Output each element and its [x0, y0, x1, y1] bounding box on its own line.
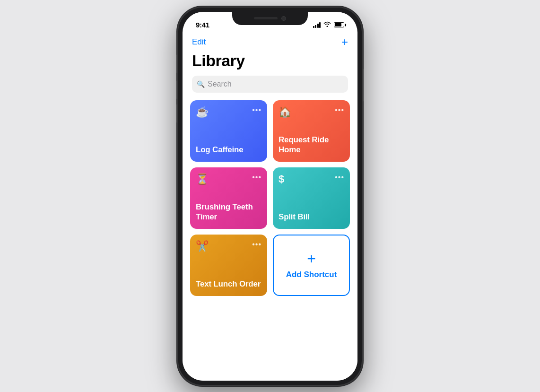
card-menu-split-bill[interactable]: •••: [335, 173, 344, 182]
card-title-split-bill: Split Bill: [279, 212, 344, 222]
app-content: Edit + Library 🔍 Search: [183, 33, 357, 381]
card-icon-brushing-teeth: ⏳: [196, 173, 209, 185]
shortcut-card-text-lunch[interactable]: ✂️ ••• Text Lunch Order: [190, 235, 267, 296]
card-title-brushing-teeth: Brushing Teeth Timer: [196, 202, 261, 222]
search-bar[interactable]: 🔍 Search: [192, 76, 348, 93]
status-icons: [313, 21, 345, 28]
notch: [232, 12, 308, 25]
card-menu-brushing-teeth[interactable]: •••: [252, 173, 261, 182]
card-menu-text-lunch[interactable]: •••: [252, 240, 261, 249]
page-title: Library: [183, 50, 357, 76]
wifi-icon: [323, 21, 331, 28]
search-placeholder: Search: [208, 80, 232, 88]
nav-bar: Edit +: [183, 33, 357, 50]
add-shortcut-plus-icon: +: [307, 251, 316, 266]
card-icon-log-caffeine: ☕: [196, 106, 209, 118]
shortcut-card-split-bill[interactable]: $ ••• Split Bill: [273, 167, 350, 229]
card-title-text-lunch: Text Lunch Order: [196, 279, 261, 289]
card-icon-request-ride: 🏠: [279, 106, 291, 118]
card-menu-request-ride[interactable]: •••: [335, 106, 344, 114]
card-title-log-caffeine: Log Caffeine: [196, 145, 261, 155]
shortcut-card-log-caffeine[interactable]: ☕ ••• Log Caffeine: [190, 100, 267, 162]
signal-bars-icon: [313, 22, 321, 28]
edit-button[interactable]: Edit: [192, 37, 206, 47]
notch-camera: [281, 16, 286, 21]
card-icon-split-bill: $: [279, 173, 284, 185]
shortcut-card-request-ride[interactable]: 🏠 ••• Request Ride Home: [273, 100, 350, 162]
shortcut-card-brushing-teeth[interactable]: ⏳ ••• Brushing Teeth Timer: [190, 167, 267, 229]
card-menu-log-caffeine[interactable]: •••: [252, 106, 261, 114]
notch-speaker: [254, 17, 278, 19]
screen: 9:41: [183, 12, 357, 381]
status-time: 9:41: [196, 21, 209, 29]
phone-container: 9:41: [178, 7, 362, 385]
add-new-button[interactable]: +: [341, 36, 348, 48]
card-icon-text-lunch: ✂️: [196, 240, 209, 253]
phone-frame: 9:41: [178, 7, 362, 385]
card-title-request-ride: Request Ride Home: [279, 135, 344, 155]
battery-icon: [334, 22, 344, 27]
search-icon: 🔍: [197, 80, 205, 88]
search-container: 🔍 Search: [183, 76, 357, 100]
add-shortcut-label: Add Shortcut: [286, 270, 337, 279]
shortcuts-grid: ☕ ••• Log Caffeine 🏠 ••• Request Ride Ho…: [183, 100, 357, 296]
add-shortcut-card[interactable]: + Add Shortcut: [273, 235, 350, 296]
